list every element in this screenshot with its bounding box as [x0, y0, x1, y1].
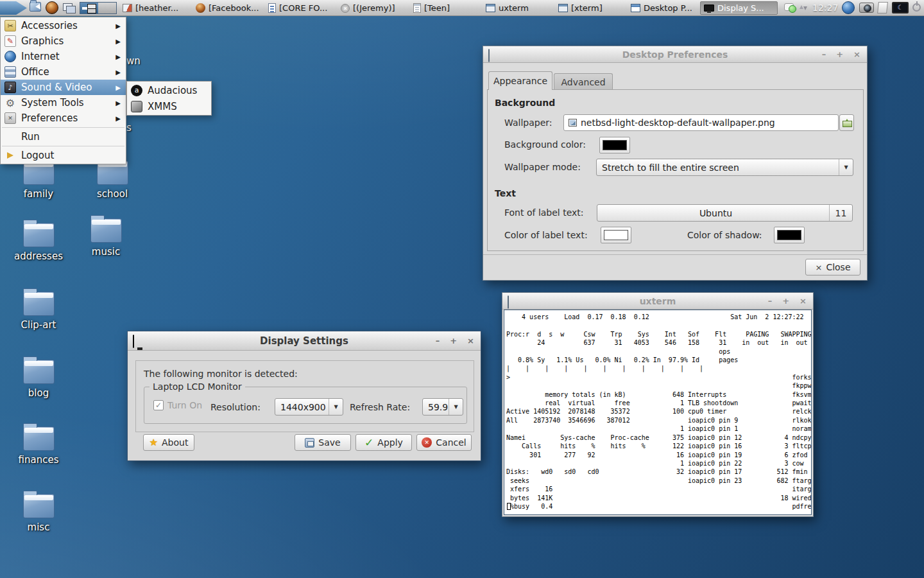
terminal-icon [558, 4, 568, 12]
power-icon [912, 3, 921, 12]
taskbar-button-jeremy[interactable]: [(Jeremy)] [338, 1, 408, 15]
power-tray-icon[interactable] [912, 2, 921, 12]
shadow-color-label: Color of shadow: [687, 230, 762, 240]
font-label: Font of label text: [504, 207, 584, 218]
document-tray-icon[interactable] [878, 2, 887, 13]
resolution-dropdown[interactable]: 924x578 ▼ [275, 398, 343, 416]
cancel-button[interactable]: ✕ Cancel [416, 434, 472, 451]
chevron-down-icon: ▼ [839, 159, 853, 175]
network-traffic-tray-icon[interactable] [800, 3, 808, 13]
desktop-icon-blog[interactable]: blog [8, 360, 69, 399]
start-arrow-button[interactable] [0, 1, 27, 15]
chevron-down-icon: ▼ [449, 399, 463, 415]
desktop-icon-school[interactable]: school [81, 161, 143, 200]
menu-item-internet[interactable]: Internet ▶ [1, 49, 126, 64]
menu-item-preferences[interactable]: ✕ Preferences ▶ [1, 110, 126, 126]
save-button[interactable]: Save [295, 434, 351, 451]
wallpaper-mode-dropdown[interactable]: Stretch to fill the entire screen ▼ [596, 159, 853, 176]
file-manager-icon [30, 2, 41, 12]
file-manager-launcher[interactable] [30, 2, 41, 12]
close-button[interactable]: × [467, 336, 474, 346]
photo-icon [123, 4, 132, 12]
desktop-icon-family[interactable]: family [8, 161, 69, 200]
taskbar-button-label: [heather... [135, 3, 178, 13]
menu-item-accessories[interactable]: ✂ Accessories ▶ [1, 18, 126, 33]
floppy-disk-icon [305, 438, 314, 448]
submenu-item-audacious[interactable]: a Audacious [127, 82, 211, 98]
submenu-arrow-icon: ▶ [116, 69, 121, 76]
taskbar-button-label: [(Jeremy)] [353, 3, 395, 13]
close-button[interactable]: × [800, 296, 807, 306]
desktop-icon-addresses[interactable]: addresses [8, 223, 69, 262]
desktop-icon-clip-art[interactable]: Clip-art [8, 292, 69, 331]
taskbar-button-teen[interactable]: [Teen] [410, 1, 481, 15]
desktop-icon-music[interactable]: music [75, 218, 137, 258]
about-button[interactable]: ★ About [143, 434, 194, 451]
tab-advanced[interactable]: Advanced [554, 73, 613, 90]
globe-icon [196, 3, 205, 13]
taskbar-button-facebook[interactable]: [Facebook... [193, 1, 263, 15]
desktop-icon-finances[interactable]: finances [8, 426, 69, 466]
screensaver-tray-icon[interactable] [892, 2, 909, 13]
menu-item-system-tools[interactable]: ⚙ System Tools ▶ [1, 95, 126, 110]
desktop-icon-label: school [81, 188, 143, 200]
label-text-color-swatch[interactable] [601, 227, 631, 243]
desktop-icon-label: Clip-art [8, 319, 69, 331]
check-icon: ✓ [364, 436, 373, 449]
menu-item-sound-video[interactable]: ♪ Sound & Video ▶ [1, 80, 126, 95]
maximize-button[interactable]: + [836, 49, 843, 59]
document-icon [268, 3, 276, 13]
maximize-button[interactable]: + [782, 296, 789, 306]
graphics-icon: ✎ [4, 35, 16, 47]
titlebar[interactable]: Desktop Preferences – + × [483, 46, 867, 63]
minimize-button[interactable]: – [822, 49, 826, 59]
shadow-color-swatch[interactable] [774, 227, 805, 243]
about-button-label: About [162, 437, 188, 448]
image-icon [569, 119, 577, 127]
minimize-button[interactable]: – [768, 296, 773, 306]
close-button[interactable]: × Close [805, 259, 860, 276]
desktop-preferences-window: Desktop Preferences – + × Appearance Adv… [483, 46, 868, 281]
taskbar-button-heather[interactable]: [heather... [119, 1, 190, 15]
minimize-button[interactable]: – [436, 336, 440, 346]
clock[interactable]: 12:27 [812, 3, 838, 13]
taskbar-button-desktop-prefs[interactable]: Desktop P... [628, 1, 698, 15]
titlebar[interactable]: Display Settings – + × [128, 331, 481, 351]
menu-item-office[interactable]: Office ▶ [1, 64, 126, 80]
wallpaper-browse-button[interactable] [839, 114, 854, 131]
maximize-button[interactable]: + [450, 336, 457, 346]
terminal-content-area[interactable]: 4 users Load 0.17 0.18 0.12 Sat Jun 2 12… [504, 310, 812, 515]
menu-item-graphics[interactable]: ✎ Graphics ▶ [1, 33, 126, 49]
tab-appearance[interactable]: Appearance [488, 71, 552, 90]
turn-on-checkbox[interactable]: ✓ [153, 400, 164, 410]
desktop-pager[interactable] [80, 2, 117, 14]
window-title: Desktop Preferences [483, 46, 867, 62]
taskbar-button-label: [xterm] [571, 3, 603, 13]
desktop-icon-misc[interactable]: misc [8, 494, 69, 533]
submenu-item-xmms[interactable]: XMMS [127, 98, 211, 114]
refresh-rate-dropdown[interactable]: 59.9 ▼ [422, 398, 463, 416]
screenshot-tray-icon[interactable] [859, 3, 874, 13]
wallpaper-entry[interactable]: netbsd-light-desktop-default-wallpaper.p… [563, 114, 839, 131]
groupbox-legend: Laptop LCD Monitor [150, 381, 245, 392]
globe-tray-icon[interactable] [842, 1, 855, 14]
titlebar[interactable]: uxterm – + × [502, 293, 813, 310]
menu-separator [2, 146, 124, 146]
taskbar-button-label: [CORE FO... [279, 3, 327, 13]
menu-item-run[interactable]: Run [1, 129, 126, 144]
messenger-tray-icon[interactable] [784, 3, 794, 11]
submenu-item-label: XMMS [148, 101, 177, 112]
web-browser-launcher[interactable] [46, 1, 58, 14]
background-color-swatch[interactable] [599, 137, 630, 153]
menu-item-logout[interactable]: Logout [1, 148, 126, 163]
taskbar-button-xterm[interactable]: [xterm] [555, 1, 626, 15]
close-button-label: Close [826, 262, 850, 272]
iconify-all-button[interactable] [63, 3, 73, 11]
taskbar-button-display-settings[interactable]: Display S... [700, 1, 778, 15]
taskbar-button-core[interactable]: [CORE FO... [265, 1, 336, 15]
taskbar-button-uxterm[interactable]: uxterm [483, 1, 553, 15]
font-button[interactable]: Ubuntu 11 [597, 204, 853, 222]
apply-button[interactable]: ✓ Apply [355, 434, 412, 451]
close-button[interactable]: × [853, 49, 860, 59]
menu-separator [2, 127, 124, 128]
